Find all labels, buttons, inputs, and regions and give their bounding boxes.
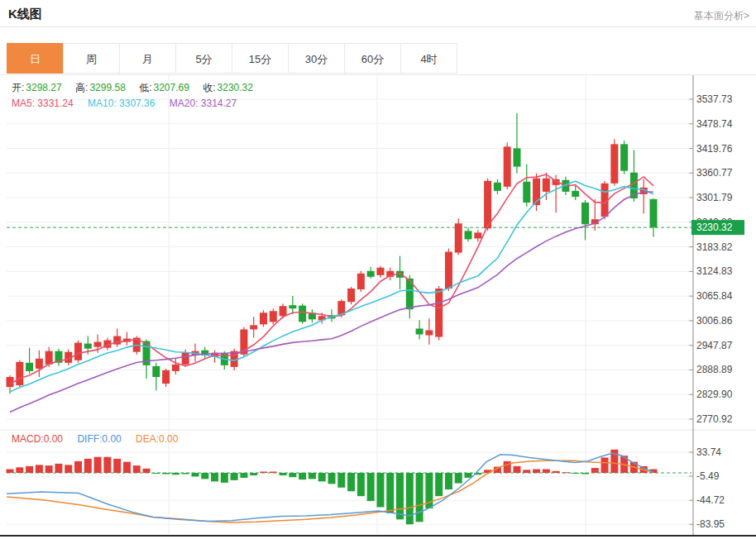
diff-line	[7, 453, 653, 521]
price-tick-label: 3006.86	[696, 315, 733, 327]
macd-hist-bar	[123, 462, 131, 473]
candle-body	[45, 351, 53, 365]
macd-tick-label: -83.95	[696, 518, 725, 530]
macd-hist-bar	[162, 473, 170, 474]
candle-body	[620, 144, 628, 170]
macd-hist-bar	[240, 473, 247, 478]
candle-body	[543, 179, 550, 192]
ma5-line	[10, 174, 653, 384]
ma20-line	[10, 192, 653, 413]
candle-body	[299, 306, 306, 322]
macd-hist-bar	[523, 470, 530, 473]
macd-hist-bar	[289, 473, 296, 477]
macd-hist-bar	[581, 473, 589, 474]
macd-hist-bar	[309, 473, 316, 479]
macd-hist-bar	[221, 473, 228, 483]
macd-hist-bar	[201, 473, 208, 479]
macd-hist-bar	[328, 473, 336, 484]
high-value: 3299.58	[89, 82, 125, 93]
price-tick-label: 2947.87	[696, 340, 733, 351]
price-tick-label: 2770.92	[696, 413, 733, 425]
macd-hist-bar	[45, 465, 53, 473]
price-tick-label: 2888.89	[696, 364, 733, 375]
candle-body	[260, 312, 267, 324]
macd-hist-bar	[386, 473, 394, 513]
macd-hist-bar	[376, 473, 384, 507]
macd-hist-bar	[455, 473, 462, 484]
macd-hist-bar	[318, 473, 326, 481]
macd-hist-bar	[553, 471, 560, 473]
macd-hist-bar	[465, 473, 472, 478]
candle-body	[513, 148, 520, 166]
candle-body	[445, 252, 452, 289]
macd-hist-bar	[367, 473, 375, 501]
macd-hist-bar	[562, 472, 569, 473]
macd-hist-bar	[113, 459, 121, 473]
candle-body	[425, 330, 433, 335]
ma10-value: MA10: 3307.36	[88, 98, 155, 109]
macd-hist-bar	[55, 464, 62, 473]
price-tick-label: 3537.73	[696, 93, 733, 105]
macd-hist-bar	[84, 459, 92, 473]
open-label: 开:	[12, 82, 24, 93]
macd-hist-bar	[94, 457, 102, 473]
low-label: 低:	[139, 82, 151, 93]
price-tick-label: 3360.77	[696, 167, 733, 179]
macd-hist-bar	[347, 473, 355, 491]
macd-hist-bar	[152, 473, 160, 474]
macd-tick-label: -44.72	[696, 494, 725, 506]
macd-hist-bar	[260, 472, 267, 473]
macd-hist-bar	[74, 461, 82, 473]
price-tick-label: 3065.84	[696, 290, 733, 302]
close-label: 收:	[203, 82, 215, 93]
macd-hist-bar	[172, 473, 179, 475]
current-price-badge-label: 3230.32	[696, 222, 733, 233]
candle-body	[465, 231, 472, 239]
macd-hist-bar	[504, 461, 511, 473]
candle-body	[610, 144, 618, 183]
macd-hist-bar	[601, 457, 609, 473]
candle-body	[357, 274, 365, 289]
macd-tick-label: -5.49	[696, 470, 720, 482]
candle-body	[280, 306, 287, 316]
candle-body	[416, 328, 423, 334]
ma-readout: MA5: 3331.24 MA10: 3307.36 MA20: 3314.27	[12, 98, 237, 109]
ma10-line	[10, 181, 653, 392]
diff-value: DIFF:0.00	[77, 433, 121, 445]
candle-body	[84, 344, 92, 349]
macd-hist-bar	[143, 469, 151, 473]
price-tick-label: 3419.76	[696, 143, 733, 155]
candle-body	[435, 289, 443, 337]
low-value: 3207.69	[154, 82, 189, 93]
price-tick-label: 3183.82	[696, 241, 733, 253]
macd-hist-bar	[36, 465, 43, 473]
macd-value: MACD:0.00	[12, 433, 63, 445]
candle-body	[172, 365, 179, 371]
candle-body	[572, 191, 579, 197]
macd-readout: MACD:0.00 DIFF:0.00 DEA:0.00	[12, 433, 178, 445]
macd-hist-bar	[16, 467, 23, 473]
candle-body	[455, 223, 462, 252]
price-tick-label: 3124.83	[696, 265, 733, 277]
macd-hist-bar	[270, 472, 277, 473]
candle-body	[494, 183, 501, 191]
macd-hist-bar	[406, 473, 414, 524]
macd-hist-bar	[231, 473, 238, 480]
macd-hist-bar	[65, 465, 72, 473]
macd-hist-bar	[133, 465, 141, 473]
macd-hist-bar	[572, 473, 579, 474]
candle-body	[182, 353, 189, 365]
candle-body	[162, 370, 170, 384]
candle-body	[26, 363, 33, 371]
high-label: 高:	[75, 82, 88, 93]
ohlc-readout: 开:3298.27 高:3299.58 低:3207.69 收:3230.32	[12, 81, 264, 95]
macd-hist-bar	[280, 473, 287, 475]
close-value: 3230.32	[218, 82, 253, 93]
candle-body	[367, 271, 375, 277]
macd-hist-bar	[416, 473, 423, 522]
candle-body	[523, 182, 530, 203]
candle-body	[152, 366, 160, 377]
macd-hist-bar	[543, 470, 550, 473]
dea-line	[7, 460, 653, 522]
candle-body	[16, 362, 23, 385]
